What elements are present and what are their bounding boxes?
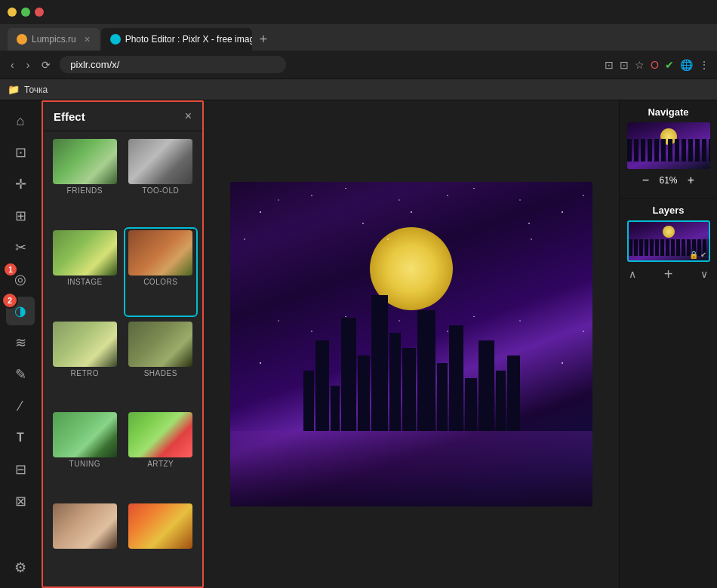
layers-title: Layers — [626, 205, 711, 216]
layer-icons: 🔒 ✔ — [689, 251, 706, 259]
address-bar: ‹ › ⟳ ⊡ ⊡ ☆ O ✔ 🌐 ⋮ — [0, 51, 717, 79]
effect-label-retro: RETRO — [71, 369, 100, 377]
minimize-button[interactable]: — — [8, 8, 17, 17]
move-tool[interactable]: ✛ — [6, 170, 35, 199]
bookmark-star-icon: ☆ — [635, 59, 645, 71]
text-icon: T — [17, 431, 24, 445]
effect-thumb-friends — [53, 139, 117, 184]
effect-thumb-person — [53, 503, 117, 549]
tab-close-lumpics[interactable]: ✕ — [84, 35, 91, 45]
photo-tool[interactable]: ⊠ — [6, 487, 35, 516]
tab-favicon-pixlr — [110, 34, 121, 45]
new-tab-button[interactable]: + — [254, 29, 274, 51]
effect-item-friends[interactable]: FRIENDS — [49, 137, 121, 224]
tab-favicon-lumpics — [17, 34, 27, 45]
effect-item-food[interactable] — [125, 502, 197, 580]
settings-icon: ⚙ — [14, 559, 26, 576]
refresh-button[interactable]: ⟳ — [38, 57, 54, 72]
layer-down-button[interactable]: ∨ — [700, 268, 708, 280]
address-input[interactable] — [60, 56, 286, 73]
effect-thumb-food — [128, 503, 192, 549]
draw-icon: ✎ — [15, 366, 26, 383]
liquify-icon: ≋ — [15, 334, 26, 351]
text-tool[interactable]: T — [6, 423, 35, 452]
effect-tool[interactable]: ◑ 2 — [6, 297, 35, 325]
browser-chrome: — ☐ ✕ Lumpics.ru ✕ Photo Editor : Pixlr … — [0, 0, 717, 100]
effect-label-too-old: TOO-OLD — [142, 186, 179, 195]
maximize-button[interactable]: ☐ — [21, 8, 30, 17]
grid-tool[interactable]: ⊟ — [6, 455, 35, 484]
tab-bar: Lumpics.ru ✕ Photo Editor : Pixlr X - fr… — [0, 24, 717, 51]
window-close-button[interactable]: ✕ — [35, 8, 44, 17]
title-bar-left: — ☐ ✕ — [8, 8, 44, 17]
effect-close-button[interactable]: × — [185, 109, 192, 123]
tab-lumpics[interactable]: Lumpics.ru ✕ — [8, 28, 100, 51]
tool-sidebar: ⌂ ⊡ ✛ ⊞ ✂ ◎ 1 ◑ 2 ≋ ✎ ∕ T — [0, 100, 42, 588]
building — [303, 371, 314, 431]
tab-label-lumpics: Lumpics.ru — [32, 34, 76, 45]
cut-tool[interactable]: ✂ — [6, 233, 35, 262]
tab-pixlr[interactable]: Photo Editor : Pixlr X - free imag... ✕ — [101, 28, 252, 51]
cut-icon: ✂ — [15, 239, 26, 256]
zoom-in-button[interactable]: + — [684, 173, 699, 188]
home-icon: ⌂ — [17, 113, 25, 129]
export-icon: ⊡ — [15, 144, 26, 161]
building — [507, 356, 520, 431]
effect-thumb-instage — [53, 230, 117, 276]
building — [465, 378, 477, 431]
zoom-value: 61% — [659, 175, 677, 186]
city-skyline — [238, 265, 585, 431]
effect-item-tuning[interactable]: TUNING — [49, 411, 121, 497]
zoom-out-button[interactable]: − — [638, 173, 653, 188]
water-reflection — [230, 431, 592, 506]
heal-tool[interactable]: ◎ 1 — [6, 265, 35, 294]
effect-item-artzy[interactable]: ARTZY — [125, 411, 197, 497]
layer-thumbnail: 🔒 ✔ — [627, 220, 710, 262]
layer-add-button[interactable]: + — [664, 266, 673, 282]
forward-button[interactable]: › — [23, 57, 33, 72]
crop-icon: ⊞ — [15, 208, 26, 224]
effect-panel: Effect × FRIENDS TOO-OLD INSTAGE COLORS — [42, 100, 204, 588]
layer-up-button[interactable]: ∧ — [629, 268, 636, 280]
effect-item-person[interactable] — [49, 502, 121, 580]
effect-label-tuning: TUNING — [69, 460, 100, 468]
effect-item-colors[interactable]: COLORS — [125, 229, 197, 316]
app-area: ⌂ ⊡ ✛ ⊞ ✂ ◎ 1 ◑ 2 ≋ ✎ ∕ T — [0, 100, 717, 588]
building — [341, 318, 356, 431]
layer-lock-icon: 🔒 — [689, 251, 698, 259]
building — [358, 356, 370, 431]
effect-thumb-too-old — [128, 139, 192, 184]
effect-thumb-shades — [128, 322, 192, 367]
effect-label-shades: SHADES — [144, 369, 177, 377]
effect-item-instage[interactable]: INSTAGE — [49, 229, 121, 316]
move-icon: ✛ — [15, 176, 26, 192]
back-button[interactable]: ‹ — [8, 57, 17, 72]
bookmark-bar: 📁 Точка — [0, 79, 717, 100]
zoom-row: − 61% + — [626, 169, 711, 192]
building — [331, 386, 340, 431]
browser-icon: 🌐 — [680, 59, 693, 71]
layers-section: Layers 🔒 ✔ ∧ + ∨ — [620, 199, 717, 588]
effect-item-retro[interactable]: RETRO — [49, 320, 121, 407]
effect-label-friends: FRIENDS — [67, 186, 103, 195]
paint-tool[interactable]: ∕ — [6, 392, 35, 420]
photo-icon: ⊠ — [15, 493, 26, 509]
liquify-tool[interactable]: ≋ — [6, 328, 35, 357]
effect-item-too-old[interactable]: TOO-OLD — [125, 137, 197, 224]
draw-tool[interactable]: ✎ — [6, 360, 35, 389]
bookmark-folder-icon: 📁 — [8, 84, 20, 95]
effect-thumb-tuning — [53, 412, 117, 457]
menu-icon: ⋮ — [699, 59, 709, 71]
building — [449, 325, 463, 431]
navigate-title: Navigate — [626, 106, 711, 118]
effect-item-shades[interactable]: SHADES — [125, 320, 197, 407]
building — [402, 348, 416, 431]
settings-button[interactable]: ⚙ — [6, 553, 35, 582]
layer-thumb-moon — [663, 226, 675, 238]
layer-controls: ∧ + ∨ — [626, 262, 711, 286]
home-tool[interactable]: ⌂ — [6, 106, 35, 135]
crop-tool[interactable]: ⊞ — [6, 202, 35, 230]
bookmark-label[interactable]: Точка — [24, 85, 48, 95]
export-tool[interactable]: ⊡ — [6, 138, 35, 167]
title-bar: — ☐ ✕ — [0, 0, 717, 24]
